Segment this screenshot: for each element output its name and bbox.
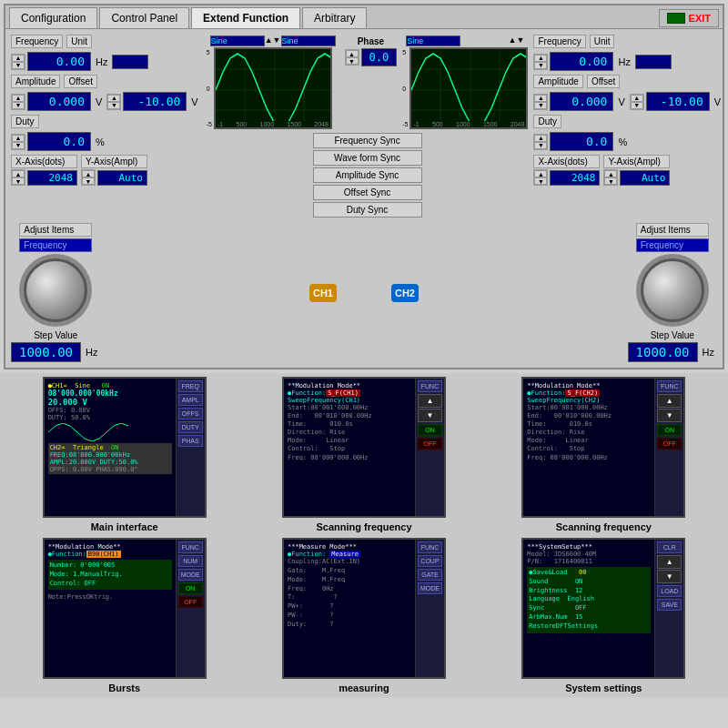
scan-ch2-func-btn[interactable]: FUNC [657, 380, 682, 392]
ch2-axis-row: X-Axis(dots) ▲ ▼ 2048 Y-Axis(Ampl) [533, 155, 723, 186]
ch1-waveform-select2[interactable]: Sine [281, 35, 336, 46]
ch1-xaxis-down[interactable]: ▼ [12, 177, 25, 185]
scan-ch2-up-btn[interactable]: ▲ [657, 394, 682, 408]
measuring-mode-btn[interactable]: MODE [418, 582, 442, 594]
ch2-offset-spinner[interactable]: ▲ ▼ [630, 94, 644, 110]
ch1-xaxis-spinner[interactable]: ▲ ▼ [11, 169, 25, 186]
main-phas-btn[interactable]: PHAS [178, 435, 203, 447]
ch2-amp-spinner[interactable]: ▲ ▼ [533, 94, 548, 110]
ch1-yaxis-up[interactable]: ▲ [82, 170, 95, 177]
ch2-xaxis-spinner[interactable]: ▲ ▼ [533, 169, 548, 186]
waveform-sync-btn[interactable]: Wave form Sync [313, 150, 422, 166]
frequency-sync-btn[interactable]: Frequency Sync [313, 133, 422, 148]
ch1-knob[interactable] [24, 258, 87, 322]
measuring-coup-btn[interactable]: COUP [418, 555, 442, 567]
bursts-func-btn[interactable]: FUNC [178, 541, 203, 553]
main-offs-btn[interactable]: OFFS [178, 408, 203, 420]
bursts-off-btn[interactable]: OFF [178, 596, 203, 608]
ch1-duty-up[interactable]: ▲ [12, 135, 25, 142]
phase-spinner[interactable]: ▲ ▼ [345, 49, 359, 66]
ch1-offset-down[interactable]: ▼ [107, 102, 120, 109]
scan-ch1-up-btn[interactable]: ▲ [418, 394, 442, 408]
ch1-offset-spinner[interactable]: ▲ ▼ [106, 94, 121, 110]
measuring-func-btn[interactable]: FUNC [418, 541, 442, 553]
demo-row-2: **Modulation Mode** ●Function:B90(CH1) N… [7, 538, 721, 693]
ch2-freq-up[interactable]: ▲ [534, 55, 547, 62]
ch1-xaxis-up[interactable]: ▲ [12, 170, 25, 177]
ch1-waveform-select[interactable]: Sine [210, 35, 265, 46]
ch2-scope-box: -1500100015002048 [410, 47, 528, 129]
scan-ch1-down-btn[interactable]: ▼ [418, 409, 442, 422]
ch2-freq-down[interactable]: ▼ [534, 62, 547, 69]
ch1-yaxis-down[interactable]: ▼ [82, 177, 95, 185]
ch2-freq-selector[interactable]: Frequency [636, 238, 709, 252]
system-load-btn[interactable]: LOAD [657, 585, 682, 597]
measuring-gate-btn[interactable]: GATE [418, 569, 442, 581]
tab-arbitrary[interactable]: Arbitrary [302, 7, 367, 28]
ch2-amp-down[interactable]: ▼ [534, 102, 547, 109]
system-save-btn[interactable]: SAVE [657, 599, 682, 611]
ch2-xaxis-up[interactable]: ▲ [534, 170, 547, 177]
bursts-mode-btn[interactable]: MODE [178, 569, 203, 581]
offset-sync-btn[interactable]: Offset Sync [313, 185, 422, 200]
main-interface-screen: ●CH1= Sine ON 08'000.000'00kHz 20.000 V … [43, 377, 207, 518]
ch1-freq-spinner[interactable]: ▲ ▼ [11, 54, 25, 70]
scan-ch2-down-btn[interactable]: ▼ [657, 409, 682, 422]
main-ampl-btn[interactable]: AMPL [178, 394, 203, 406]
main-duty-btn[interactable]: DUTY [178, 421, 203, 433]
ch2-scope-svg [411, 49, 528, 129]
system-clr-btn[interactable]: CLR [657, 541, 682, 553]
scan-ch2-off-btn[interactable]: OFF [657, 438, 682, 450]
ch1-offset-up[interactable]: ▲ [107, 95, 120, 102]
main-freq-btn[interactable]: FREQ [178, 380, 203, 392]
ch2-offset-up[interactable]: ▲ [631, 95, 643, 102]
ch2-yaxis-down[interactable]: ▼ [604, 177, 617, 185]
system-up-btn[interactable]: ▲ [657, 555, 682, 569]
ch2-knob[interactable] [641, 258, 704, 322]
ch1-amp-up[interactable]: ▲ [12, 95, 25, 102]
ch1-freq-up[interactable]: ▲ [12, 55, 25, 62]
ch1-freq-down[interactable]: ▼ [12, 62, 25, 69]
ch2-offset-down[interactable]: ▼ [631, 102, 643, 109]
system-down-btn[interactable]: ▼ [657, 570, 682, 583]
measuring-details: Gate: M.Freq Mode: M.Freq Freq: 0Hz T: ?… [288, 567, 411, 630]
scan-ch1-on-btn[interactable]: ON [418, 424, 442, 436]
ch1-freq-selector[interactable]: Frequency [19, 238, 92, 252]
ch1-amp-spinner[interactable]: ▲ ▼ [11, 94, 25, 110]
ch2-step-value: 1000.00 [628, 342, 698, 362]
ch2-duty-up[interactable]: ▲ [534, 135, 547, 142]
exit-button[interactable]: EXIT [659, 9, 719, 27]
ch1-amp-down[interactable]: ▼ [12, 102, 25, 109]
scan-ch1-func-btn[interactable]: FUNC [418, 380, 442, 392]
demo-row: ●CH1= Sine ON 08'000.000'00kHz 20.000 V … [7, 377, 721, 532]
ch1-duty-spinner[interactable]: ▲ ▼ [11, 134, 25, 150]
ch2-duty-spinner[interactable]: ▲ ▼ [533, 134, 548, 150]
ch2-yaxis-field: Y-Axis(Ampl) ▲ ▼ Auto [603, 155, 670, 186]
system-pn: P/N: 1716400011 [527, 558, 651, 565]
phase-up[interactable]: ▲ [346, 50, 359, 57]
amplitude-sync-btn[interactable]: Amplitude Sync [313, 167, 422, 183]
tab-control-panel[interactable]: Control Panel [99, 7, 189, 28]
system-arbmax: ArbMax.Num 15 [529, 613, 649, 622]
scan-ch2-on-btn[interactable]: ON [657, 424, 682, 436]
bursts-title: Bursts [108, 682, 140, 693]
bursts-on-btn[interactable]: ON [178, 582, 203, 594]
bursts-num-btn[interactable]: NUM [178, 555, 203, 567]
ch2-yaxis-spinner[interactable]: ▲ ▼ [603, 169, 618, 186]
tab-extend-function[interactable]: Extend Function [191, 7, 300, 28]
phase-down[interactable]: ▼ [346, 57, 359, 65]
scan-ch1-off-btn[interactable]: OFF [418, 438, 442, 450]
ch2-freq-spinner[interactable]: ▲ ▼ [533, 54, 548, 70]
ch2-amp-up[interactable]: ▲ [534, 95, 547, 102]
ch2-xaxis-down[interactable]: ▼ [534, 177, 547, 185]
ch2-yaxis-up[interactable]: ▲ [604, 170, 617, 177]
ch2-waveform-select[interactable]: Sine [406, 35, 460, 46]
duty-sync-btn[interactable]: Duty Sync [313, 202, 422, 217]
ch2-duty-down[interactable]: ▼ [534, 142, 547, 149]
ch2-step-label: Step Value [651, 330, 694, 340]
ch1-yaxis-spinner[interactable]: ▲ ▼ [81, 169, 96, 186]
main-ch2-freq: FREQ:08'000.000'00kHz [50, 451, 170, 459]
ch1-duty-down[interactable]: ▼ [12, 142, 25, 149]
ch2-adjust-label: Adjust Items [636, 223, 709, 237]
tab-configuration[interactable]: Configuration [9, 7, 97, 28]
